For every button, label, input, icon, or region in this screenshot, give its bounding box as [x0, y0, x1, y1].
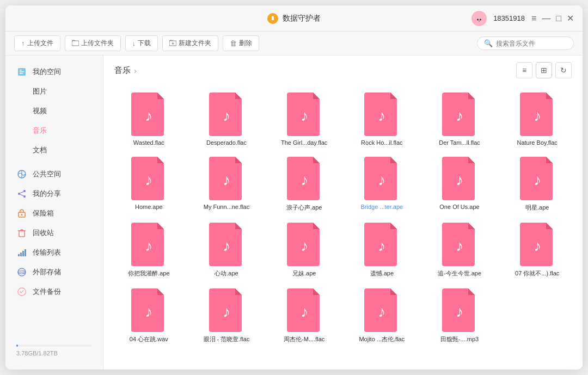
svg-text:♪: ♪ — [145, 303, 152, 320]
sidebar-item-docs[interactable]: 文档 — [5, 140, 103, 160]
svg-text:♪: ♪ — [145, 107, 152, 124]
new-folder-icon — [169, 39, 176, 48]
svg-point-18 — [23, 195, 26, 198]
sidebar-item-videos[interactable]: 视频 — [5, 101, 103, 121]
svg-text:♪: ♪ — [145, 171, 152, 188]
file-icon-22: ♪ — [440, 288, 479, 332]
file-item[interactable]: ♪ The Girl...day.flac — [267, 87, 341, 149]
search-icon: 🔍 — [484, 39, 493, 47]
file-item[interactable]: ♪ Wasted.flac — [112, 87, 186, 149]
breadcrumb-path: 音乐 — [114, 65, 131, 76]
file-name-18: 04 心在跳.wav — [130, 335, 168, 343]
file-item[interactable]: ♪ 你把我灌醉.ape — [112, 217, 186, 281]
delete-label: 删除 — [239, 39, 252, 48]
file-name-11: 明星.ape — [525, 204, 549, 212]
sidebar-item-music[interactable]: 音乐 — [5, 121, 103, 140]
storage-text: 3.78GB/1.82TB — [16, 350, 58, 356]
sidebar-item-trash[interactable]: 回收站 — [5, 223, 103, 243]
public-icon — [16, 169, 27, 180]
sidebar-label-music: 音乐 — [33, 126, 47, 136]
sidebar-item-public[interactable]: 公共空间 — [5, 164, 103, 184]
file-item[interactable]: ♪ 追-今生今世.ape — [423, 217, 497, 281]
new-folder-btn[interactable]: 新建文件夹 — [162, 35, 218, 51]
svg-marker-2 — [475, 14, 478, 17]
delete-icon: 🗑 — [230, 39, 237, 47]
svg-rect-31 — [24, 249, 26, 256]
breadcrumb: 音乐 › — [114, 65, 137, 76]
file-name-6: Home.ape — [135, 204, 163, 210]
minimize-btn[interactable]: — — [542, 14, 550, 23]
file-item[interactable]: ♪ One Of Us.ape — [423, 151, 497, 215]
svg-point-4 — [477, 19, 479, 20]
upload-file-btn[interactable]: ↑ 上传文件 — [14, 35, 60, 51]
svg-line-20 — [20, 194, 23, 195]
sidebar-label-trash: 回收站 — [33, 228, 54, 238]
list-view-btn[interactable]: ≡ — [516, 62, 532, 78]
sidebar-item-shared[interactable]: 我的分享 — [5, 184, 103, 204]
file-item[interactable]: ♪ 明星.ape — [500, 151, 574, 215]
svg-text:♪: ♪ — [145, 237, 152, 254]
sidebar-item-external[interactable]: 外部存储 — [5, 262, 103, 282]
sidebar-item-photos[interactable]: 图片 — [5, 82, 103, 101]
delete-btn[interactable]: 🗑 删除 — [223, 35, 259, 51]
svg-rect-29 — [20, 253, 22, 256]
svg-rect-11 — [20, 71, 24, 72]
file-name-14: 兄妹.ape — [292, 269, 316, 278]
file-item[interactable]: ♪ 浪子心声.ape — [267, 151, 341, 215]
file-name-21: Mojito ...杰伦.flac — [359, 335, 405, 343]
svg-line-19 — [20, 192, 23, 193]
file-item[interactable]: ♪ Rock Ho...il.flac — [345, 87, 419, 149]
sidebar-item-myspace[interactable]: 我的空间 — [5, 62, 103, 82]
sidebar-label-myspace: 我的空间 — [33, 67, 61, 77]
file-icon-19: ♪ — [207, 288, 246, 332]
shared-icon — [16, 188, 27, 199]
file-item[interactable]: ♪ 周杰伦-M....flac — [267, 283, 341, 347]
file-grid: ♪ Wasted.flac ♪ Desperado.flac ♪ The Gir… — [103, 83, 583, 370]
file-icon-10: ♪ — [440, 157, 479, 200]
file-icon-2: ♪ — [285, 93, 324, 136]
file-name-0: Wasted.flac — [133, 139, 164, 146]
upload-folder-label: 上传文件夹 — [81, 39, 114, 48]
file-icon-17: ♪ — [518, 223, 557, 266]
maximize-btn[interactable]: □ — [556, 14, 561, 23]
refresh-btn[interactable]: ↻ — [555, 62, 572, 78]
file-item[interactable]: ♪ Der Tam...ll.flac — [423, 87, 497, 149]
file-item[interactable]: ♪ 心动.ape — [190, 217, 264, 281]
grid-view-btn[interactable]: ⊞ — [536, 62, 552, 78]
download-label: 下载 — [138, 39, 151, 48]
upload-folder-btn[interactable]: 上传文件夹 — [65, 35, 121, 51]
sidebar-item-safe[interactable]: 保险箱 — [5, 204, 103, 223]
file-item[interactable]: ♪ Mojito ...杰伦.flac — [345, 283, 419, 347]
file-item[interactable]: ♪ 04 心在跳.wav — [112, 283, 186, 347]
svg-rect-28 — [18, 254, 20, 256]
file-item[interactable]: ♪ Desperado.flac — [190, 87, 264, 149]
file-item[interactable]: ♪ 眼泪 - 范晓萱.flac — [190, 283, 264, 347]
search-input[interactable] — [496, 40, 567, 47]
sidebar-item-backup[interactable]: 文件备份 — [5, 282, 103, 302]
file-item[interactable]: ♪ 07 你就不...).flac — [500, 217, 574, 281]
file-name-20: 周杰伦-M....flac — [284, 335, 324, 343]
file-icon-12: ♪ — [129, 223, 168, 266]
file-item[interactable]: ♪ 遗憾.ape — [345, 217, 419, 281]
main-layout: 我的空间 图片 视频 音乐 文档 公 — [5, 56, 583, 370]
music-icon — [16, 125, 27, 136]
file-item[interactable]: ♪ 兄妹.ape — [267, 217, 341, 281]
download-btn[interactable]: ↓ 下载 — [125, 35, 158, 51]
external-icon — [16, 267, 27, 278]
file-item[interactable]: ♪ Home.ape — [112, 151, 186, 215]
safe-icon — [16, 208, 27, 219]
file-item[interactable]: ♪ My Funn...ne.flac — [190, 151, 264, 215]
close-btn[interactable]: ✕ — [567, 14, 574, 23]
myspace-icon — [16, 66, 27, 77]
svg-text:♪: ♪ — [378, 303, 385, 320]
file-item[interactable]: ♪ 田馥甄-....mp3 — [423, 283, 497, 347]
menu-btn[interactable]: ≡ — [531, 14, 536, 23]
svg-point-16 — [23, 190, 26, 192]
file-item[interactable]: ♪ Nature Boy.flac — [500, 87, 574, 149]
file-name-17: 07 你就不...).flac — [515, 269, 559, 278]
sidebar-item-transfer[interactable]: 传输列表 — [5, 243, 103, 262]
svg-text:♪: ♪ — [301, 303, 308, 320]
file-name-9: Bridge ...ter.ape — [360, 204, 403, 210]
file-item[interactable]: ♪ Bridge ...ter.ape — [345, 151, 419, 215]
docs-icon — [16, 145, 27, 156]
